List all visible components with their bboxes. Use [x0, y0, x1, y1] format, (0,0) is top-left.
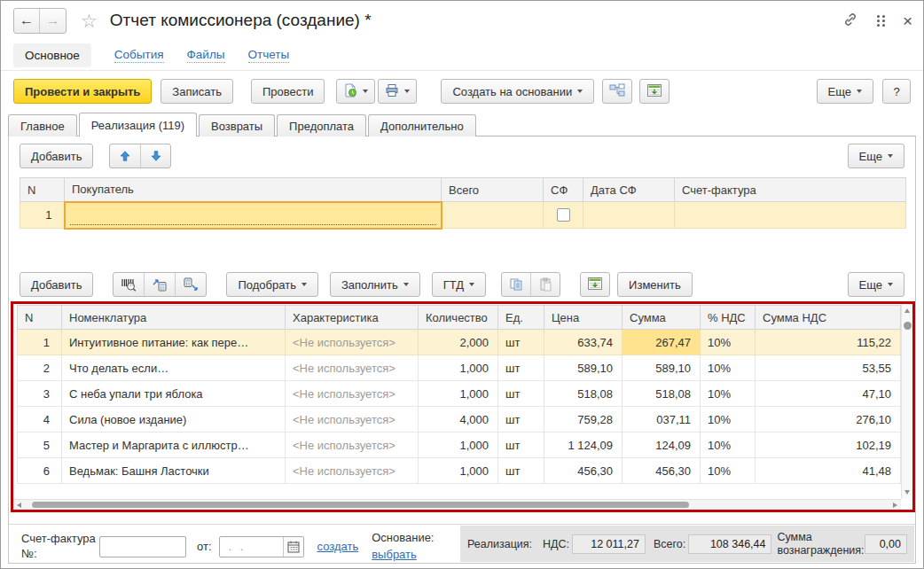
item-cell-vat-sum[interactable]: 47,10	[756, 381, 901, 407]
sf-checkbox[interactable]	[557, 208, 570, 222]
item-cell-n[interactable]: 6	[18, 458, 62, 484]
forward-button[interactable]: →	[40, 9, 66, 33]
item-cell-nomenclature[interactable]: Что делать если…	[62, 355, 286, 381]
scroll-right-arrow-icon[interactable]	[893, 503, 897, 508]
sales-add-button[interactable]: Добавить	[20, 144, 93, 168]
item-cell-vat-percent[interactable]: 10%	[701, 433, 756, 458]
gtd-button[interactable]: ГТД	[432, 272, 486, 297]
item-cell-price[interactable]: 456,30	[544, 458, 623, 484]
item-cell-vat-sum[interactable]: 53,55	[756, 355, 901, 381]
create-based-on-button[interactable]: Создать на основании	[441, 79, 594, 104]
post-document-menu-button[interactable]	[336, 79, 375, 104]
item-cell-sum[interactable]: 518,08	[623, 381, 701, 407]
item-cell-quantity[interactable]: 1,000	[419, 355, 498, 381]
item-cell-vat-percent[interactable]: 10%	[701, 330, 756, 355]
item-cell-vat-percent[interactable]: 10%	[701, 381, 756, 407]
choose-basis-link[interactable]: выбрать	[372, 548, 417, 561]
calendar-button[interactable]	[283, 537, 303, 557]
item-cell-characteristic[interactable]: <Не используется>	[286, 433, 419, 458]
item-cell-characteristic[interactable]: <Не используется>	[286, 355, 419, 381]
item-cell-sum[interactable]: 589,10	[623, 355, 701, 381]
sales-cell-buyer-editing[interactable]	[65, 202, 442, 229]
create-invoice-link[interactable]: создать	[317, 540, 359, 553]
item-cell-quantity[interactable]: 2,000	[419, 330, 498, 355]
sales-cell-n[interactable]: 1	[20, 202, 65, 229]
nav-events[interactable]: События	[114, 48, 164, 63]
copy-rows-button[interactable]	[502, 273, 530, 296]
invoice-number-input[interactable]	[99, 536, 186, 557]
item-cell-vat-percent[interactable]: 10%	[701, 355, 756, 381]
item-cell-vat-sum[interactable]: 115,22	[756, 330, 901, 355]
related-documents-button[interactable]	[602, 79, 632, 104]
item-cell-n[interactable]: 5	[18, 433, 62, 458]
close-icon[interactable]: ×	[903, 12, 912, 29]
item-cell-vat-percent[interactable]: 10%	[701, 458, 756, 484]
scroll-up-arrow-icon[interactable]	[904, 308, 910, 313]
item-cell-nomenclature[interactable]: Ведьмак: Башня Ласточки	[62, 458, 286, 484]
item-cell-quantity[interactable]: 4,000	[419, 407, 498, 433]
fill-button[interactable]: Заполнить	[330, 272, 420, 297]
item-cell-unit[interactable]: шт	[498, 381, 544, 407]
item-cell-price[interactable]: 589,10	[544, 355, 623, 381]
item-cell-nomenclature[interactable]: Интуитивное питание: как пере…	[62, 330, 286, 355]
item-cell-price[interactable]: 518,08	[544, 381, 623, 407]
paste-rows-button[interactable]	[530, 273, 560, 296]
invoice-date-field[interactable]: . .	[219, 536, 304, 557]
pick-items-button[interactable]: Подобрать	[226, 272, 317, 297]
sales-cell-total[interactable]	[442, 202, 544, 229]
item-cell-n[interactable]: 2	[18, 355, 62, 381]
item-cell-unit[interactable]: шт	[498, 330, 544, 355]
items-add-button[interactable]: Добавить	[20, 272, 93, 297]
sales-cell-sf-date[interactable]	[583, 202, 675, 229]
items-horizontal-scrollbar[interactable]	[13, 499, 901, 510]
item-cell-unit[interactable]: шт	[498, 407, 544, 433]
help-button[interactable]: ?	[882, 79, 911, 104]
tab-main[interactable]: Главное	[8, 114, 77, 136]
item-cell-characteristic[interactable]: <Не используется>	[286, 407, 419, 433]
scroll-left-arrow-icon[interactable]	[17, 503, 21, 508]
post-and-close-button[interactable]: Провести и закрыть	[13, 79, 152, 104]
back-button[interactable]: ←	[14, 9, 40, 33]
load-from-terminal-button[interactable]	[144, 273, 175, 296]
item-cell-nomenclature[interactable]: Мастер и Маргарита с иллюстр…	[62, 433, 286, 458]
save-button[interactable]: Записать	[161, 79, 233, 104]
more-menu-icon[interactable]	[877, 15, 885, 27]
item-cell-sum[interactable]: 124,09	[623, 433, 701, 458]
items-report-button[interactable]	[580, 272, 610, 297]
item-cell-unit[interactable]: шт	[498, 355, 544, 381]
item-cell-quantity[interactable]: 1,000	[419, 458, 498, 484]
unload-to-terminal-button[interactable]	[175, 273, 206, 296]
item-cell-vat-percent[interactable]: 10%	[701, 407, 756, 433]
get-link-icon[interactable]	[842, 11, 859, 31]
item-cell-vat-sum[interactable]: 41,48	[756, 458, 901, 484]
item-cell-sum[interactable]: 456,30	[623, 458, 701, 484]
nav-reports[interactable]: Отчеты	[248, 48, 290, 63]
tab-prepayment[interactable]: Предоплата	[277, 114, 366, 136]
move-row-up-button[interactable]	[110, 144, 140, 168]
tab-returns[interactable]: Возвраты	[199, 114, 275, 136]
item-cell-unit[interactable]: шт	[498, 458, 544, 484]
item-cell-unit[interactable]: шт	[498, 433, 544, 458]
item-cell-characteristic[interactable]: <Не используется>	[286, 381, 419, 407]
print-menu-button[interactable]	[378, 79, 417, 104]
item-cell-n[interactable]: 4	[18, 407, 62, 433]
item-cell-vat-sum[interactable]: 276,10	[756, 407, 901, 433]
barcode-scan-button[interactable]	[114, 273, 144, 296]
favorite-star-icon[interactable]: ☆	[81, 12, 98, 30]
item-cell-sum[interactable]: 267,47	[623, 330, 701, 355]
item-cell-price[interactable]: 633,74	[544, 330, 623, 355]
toolbar-more-button[interactable]: Еще	[817, 79, 873, 104]
tab-additional[interactable]: Дополнительно	[368, 114, 476, 136]
sales-more-button[interactable]: Еще	[848, 144, 904, 168]
items-more-button[interactable]: Еще	[848, 272, 904, 297]
move-row-down-button[interactable]	[140, 144, 170, 168]
items-vertical-scrollbar[interactable]	[901, 304, 912, 499]
nav-main[interactable]: Основное	[13, 43, 91, 67]
item-cell-nomenclature[interactable]: С неба упали три яблока	[62, 381, 286, 407]
scroll-down-arrow-icon[interactable]	[904, 490, 910, 495]
item-cell-quantity[interactable]: 1,000	[419, 433, 498, 458]
item-cell-characteristic[interactable]: <Не используется>	[286, 330, 419, 355]
item-cell-price[interactable]: 759,28	[544, 407, 623, 433]
item-cell-price[interactable]: 1 124,09	[544, 433, 623, 458]
item-cell-vat-sum[interactable]: 102,19	[756, 433, 901, 458]
